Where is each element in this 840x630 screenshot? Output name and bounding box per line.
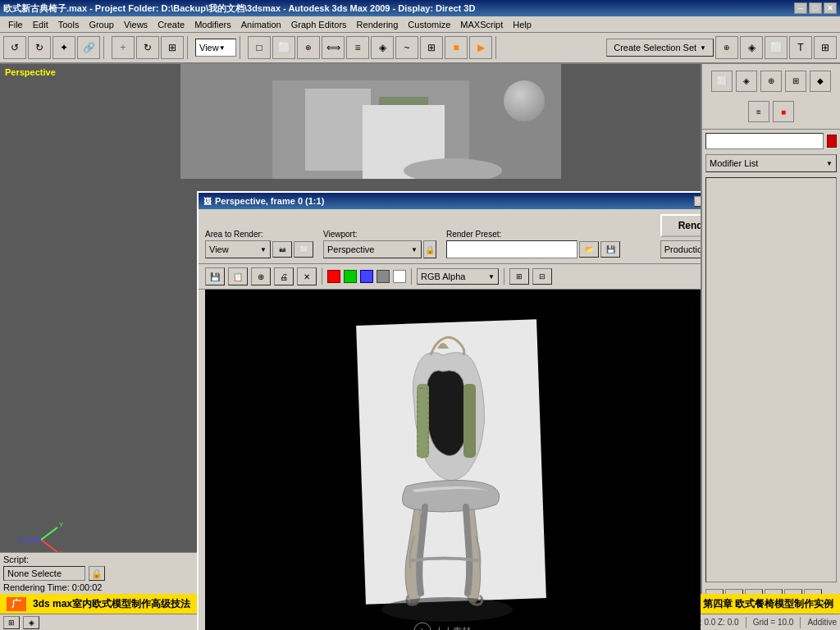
lock-icon[interactable]: 🔒 bbox=[423, 240, 436, 258]
viewport-select-dropdown[interactable]: Perspective ▼ bbox=[323, 240, 422, 258]
render-button[interactable]: ■ bbox=[445, 36, 468, 59]
modifier-list-container: Modifier List ▼ bbox=[702, 153, 840, 174]
menu-help[interactable]: Help bbox=[508, 18, 536, 31]
rp-btn-5[interactable]: ◆ bbox=[810, 71, 831, 92]
top-preview-area bbox=[180, 64, 561, 179]
save-render-btn[interactable]: 💾 bbox=[205, 267, 225, 285]
area-render-icon2[interactable]: ⬜ bbox=[294, 241, 313, 258]
bottom-sep bbox=[746, 617, 746, 628]
red-channel-btn[interactable] bbox=[327, 270, 340, 283]
select-button[interactable]: ✦ bbox=[52, 36, 75, 59]
curve-button[interactable]: ~ bbox=[395, 36, 418, 59]
print-render-btn[interactable]: 🖨 bbox=[274, 267, 294, 285]
menu-animation[interactable]: Animation bbox=[236, 18, 286, 31]
dialog-title-text: Perspective, frame 0 (1:1) bbox=[215, 196, 324, 206]
menu-create[interactable]: Create bbox=[153, 18, 189, 31]
viewport-area: Perspective bbox=[0, 64, 701, 630]
rotate-button[interactable]: ↻ bbox=[136, 36, 159, 59]
app-title: 欧式新古典椅子.max - Project Folder: D:\Backup\… bbox=[3, 2, 475, 15]
blue-channel-btn[interactable] bbox=[360, 270, 373, 283]
rp-btn-7[interactable]: ■ bbox=[773, 101, 794, 122]
material-button[interactable]: ◈ bbox=[371, 36, 394, 59]
menu-views[interactable]: Views bbox=[119, 18, 153, 31]
bottom-tool-2[interactable]: ◈ bbox=[23, 616, 39, 629]
viewport-dropdown[interactable]: View ▼ bbox=[195, 39, 236, 57]
rp-btn-1[interactable]: ⬜ bbox=[711, 71, 733, 92]
toolbar-separator-4 bbox=[495, 36, 500, 59]
extra-btn-3[interactable]: ⬜ bbox=[765, 36, 788, 59]
close-button[interactable]: ✕ bbox=[824, 2, 837, 14]
menu-customize[interactable]: Customize bbox=[403, 18, 455, 31]
modifier-list-dropdown[interactable]: Modifier List ▼ bbox=[705, 154, 837, 172]
svg-rect-14 bbox=[417, 384, 429, 458]
rp-btn-4[interactable]: ⊞ bbox=[785, 71, 806, 92]
menu-group[interactable]: Group bbox=[84, 18, 119, 31]
rp-btn-2[interactable]: ◈ bbox=[736, 71, 757, 92]
render-preset-input[interactable] bbox=[446, 240, 578, 258]
gray-channel-btn[interactable] bbox=[377, 270, 390, 283]
render-button[interactable]: Render bbox=[660, 214, 701, 237]
copy-render-btn[interactable]: 📋 bbox=[228, 267, 248, 285]
link-button[interactable]: 🔗 bbox=[77, 36, 100, 59]
area-to-render-dropdown[interactable]: View ▼ bbox=[205, 240, 271, 258]
area-render-icon1[interactable]: 📷 bbox=[272, 241, 292, 258]
render-preset-load[interactable]: 📂 bbox=[579, 241, 599, 258]
watermark-right-text: 第四章 欧式餐椅模型制作实例 bbox=[703, 597, 833, 611]
script-label: Script: bbox=[3, 555, 29, 564]
menu-rendering[interactable]: Rendering bbox=[352, 18, 404, 31]
mirror-button[interactable]: ⟺ bbox=[322, 36, 345, 59]
render-dialog: 🖼 Perspective, frame 0 (1:1) ─ □ ✕ Area … bbox=[197, 191, 701, 630]
logo-badge: 广 bbox=[7, 597, 26, 611]
select-obj-button[interactable]: □ bbox=[248, 36, 271, 59]
rp-btn-3[interactable]: ⊕ bbox=[760, 71, 782, 92]
toolbar-separator-1 bbox=[103, 36, 108, 59]
viewport-select-label: Viewport: bbox=[323, 230, 436, 239]
menu-file[interactable]: File bbox=[3, 18, 28, 31]
menu-tools[interactable]: Tools bbox=[53, 18, 84, 31]
channel-dropdown[interactable]: RGB Alpha ▼ bbox=[417, 268, 499, 285]
minimize-button[interactable]: ─ bbox=[794, 2, 807, 14]
marquee-button[interactable]: ⬜ bbox=[272, 36, 295, 59]
menu-graph-editors[interactable]: Graph Editors bbox=[286, 18, 352, 31]
main-toolbar: ↺ ↻ ✦ 🔗 + ↻ ⊞ View ▼ □ ⬜ ⊕ ⟺ ≡ ◈ ~ ⊞ ■ ▶… bbox=[0, 33, 840, 64]
redo-button[interactable]: ↻ bbox=[28, 36, 51, 59]
green-channel-btn[interactable] bbox=[344, 270, 357, 283]
modifier-input-row bbox=[702, 130, 840, 153]
clone-render-btn[interactable]: ⊕ bbox=[251, 267, 271, 285]
render-preset-save[interactable]: 💾 bbox=[600, 241, 620, 258]
bottom-tool-1[interactable]: ⊞ bbox=[3, 616, 20, 629]
menu-maxscript[interactable]: MAXScript bbox=[455, 18, 508, 31]
bottom-status-panel: Script: None Selecte 🔒 Rendering Time: 0… bbox=[0, 552, 197, 594]
svg-rect-2 bbox=[305, 89, 371, 171]
modifier-color-swatch[interactable] bbox=[827, 135, 837, 148]
white-channel-btn[interactable] bbox=[393, 270, 406, 283]
scale-button[interactable]: ⊞ bbox=[161, 36, 184, 59]
render-toolbar: 💾 📋 ⊕ 🖨 ✕ RGB Alpha ▼ bbox=[199, 264, 701, 290]
dialog-title-bar: 🖼 Perspective, frame 0 (1:1) ─ □ ✕ bbox=[199, 193, 701, 209]
bottom-sep2 bbox=[800, 617, 801, 628]
dialog-minimize-button[interactable]: ─ bbox=[694, 196, 701, 207]
align-button[interactable]: ≡ bbox=[346, 36, 369, 59]
channel-icon2[interactable]: ⊟ bbox=[532, 268, 552, 285]
quick-render-button[interactable]: ▶ bbox=[469, 36, 492, 59]
move-button[interactable]: + bbox=[112, 36, 135, 59]
undo-button[interactable]: ↺ bbox=[3, 36, 26, 59]
menu-edit[interactable]: Edit bbox=[28, 18, 53, 31]
extra-btn-2[interactable]: ◈ bbox=[740, 36, 763, 59]
delete-render-btn[interactable]: ✕ bbox=[297, 267, 317, 285]
extra-btn-4[interactable]: T bbox=[789, 36, 812, 59]
extra-btn-5[interactable]: ⊞ bbox=[814, 36, 837, 59]
script-row: Script: bbox=[3, 555, 194, 564]
menu-modifiers[interactable]: Modifiers bbox=[189, 18, 236, 31]
create-selection-set-button[interactable]: Create Selection Set ▼ bbox=[606, 39, 714, 57]
rp-btn-6[interactable]: ≡ bbox=[748, 101, 769, 122]
snap-button[interactable]: ⊕ bbox=[297, 36, 320, 59]
production-dropdown[interactable]: Production ▼ bbox=[660, 240, 701, 258]
channel-icon1[interactable]: ⊞ bbox=[509, 268, 529, 285]
modifier-search-input[interactable] bbox=[705, 133, 824, 149]
graph-button[interactable]: ⊞ bbox=[420, 36, 443, 59]
selection-lock-btn[interactable]: 🔒 bbox=[89, 566, 105, 581]
extra-btn-1[interactable]: ⊕ bbox=[715, 36, 738, 59]
maximize-button[interactable]: □ bbox=[809, 2, 822, 14]
viewport-label: Perspective bbox=[5, 67, 56, 77]
